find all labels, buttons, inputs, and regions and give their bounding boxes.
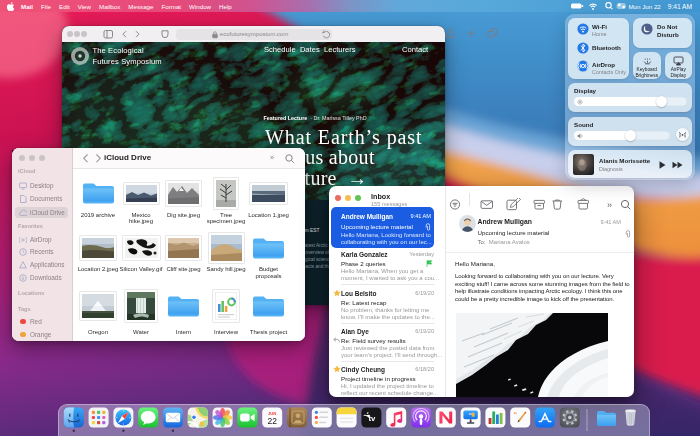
svg-text:“: “: [469, 412, 472, 418]
svg-text:“: “: [513, 410, 517, 418]
svg-text:JUN: JUN: [268, 411, 276, 416]
svg-text:»: »: [607, 200, 612, 210]
svg-text:22: 22: [267, 416, 277, 426]
svg-text:tv: tv: [368, 414, 376, 423]
